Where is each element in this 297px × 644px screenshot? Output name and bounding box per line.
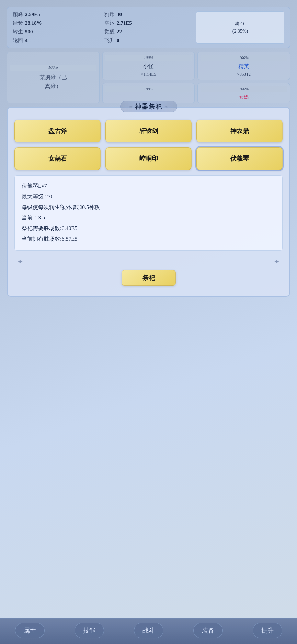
player-progress-label: 100%	[10, 65, 96, 71]
dog-box: 狗:10 (2.35%)	[196, 11, 284, 44]
desc-need-wins: 祭祀需要胜场数:6.40E5	[22, 223, 275, 233]
stat-gou-value: 30	[117, 12, 122, 18]
stat-exp-label: 经验	[13, 20, 23, 26]
stat-yanfeng-label: 颜峰	[13, 11, 23, 18]
artifact-pangu[interactable]: 盘古斧	[14, 120, 101, 142]
nav-skill[interactable]: 技能	[75, 623, 104, 638]
stat-jx-value: 22	[117, 29, 122, 35]
stat-zs-label: 转生	[13, 29, 23, 35]
stats-panel: 颜峰 2.59E5 狗币 30 狗:10 (2.35%) 经验 28.18% 幸…	[7, 7, 290, 48]
shenqi-deco-right: ❧	[164, 104, 169, 110]
nvwa-name: 女娲	[201, 94, 287, 100]
artifact-xuanyuan[interactable]: 轩辕剑	[105, 120, 192, 142]
monster-progress-bar: 100%	[105, 55, 192, 61]
stat-juexing: 觉醒 22	[104, 29, 193, 35]
nvwa-progress-bar: 100%	[201, 86, 287, 92]
shenqi-title: 神器祭祀	[135, 102, 162, 111]
stat-luck: 幸运 2.71E5	[104, 20, 193, 26]
artifact-shennong[interactable]: 神农鼎	[196, 120, 283, 142]
elite-multiplier: ×85312	[201, 72, 287, 77]
stat-luck-label: 幸运	[104, 20, 115, 26]
monster-progress-label: 100%	[105, 55, 192, 61]
sacrifice-btn-wrap: 祭祀	[14, 270, 283, 286]
description-box: 伏羲琴Lv7 最大等级:230 每级使每次转生额外增加0.5神攻 当前：3.5 …	[14, 175, 283, 251]
corner-bottom-left: ✦	[17, 258, 23, 266]
stat-jx-label: 觉醒	[104, 29, 115, 35]
stat-lun-hui: 轮回 4	[13, 37, 101, 44]
monster-card: 100% 小怪 ×1.14E5	[102, 52, 195, 80]
player-name: 某脑瘫（已真瘫）	[10, 73, 96, 90]
stat-gou: 狗币 30	[104, 11, 193, 18]
nvwa-progress-label: 100%	[201, 86, 287, 92]
stat-fs-label: 飞升	[104, 37, 115, 44]
artifact-fuxi[interactable]: 伏羲琴	[196, 147, 283, 170]
nav-battle[interactable]: 战斗	[134, 623, 163, 638]
battle-card4-label: 100%	[105, 86, 192, 92]
bottom-nav: 属性 技能 战斗 装备 提升	[0, 618, 297, 644]
player-card: 100% 某脑瘫（已真瘫）	[7, 52, 100, 103]
stat-gou-label: 狗币	[104, 11, 115, 18]
nav-attr[interactable]: 属性	[15, 623, 45, 638]
stat-yanfeng: 颜峰 2.59E5	[13, 11, 101, 18]
artifact-gonggong[interactable]: 崆峒印	[105, 147, 192, 170]
battle-card-4: 100%	[102, 83, 195, 103]
nav-upgrade[interactable]: 提升	[253, 623, 282, 638]
desc-effect: 每级使每次转生额外增加0.5神攻	[22, 203, 275, 212]
stat-feisheng: 飞升 0	[104, 37, 193, 44]
stat-luck-value: 2.71E5	[117, 20, 132, 26]
desc-title: 伏羲琴Lv7	[22, 181, 275, 191]
elite-progress-label: 100%	[201, 55, 287, 61]
stat-yanfeng-value: 2.59E5	[25, 12, 40, 18]
stat-exp: 经验 28.18%	[13, 20, 101, 26]
elite-name: 精英	[201, 63, 287, 70]
desc-max-level: 最大等级:230	[22, 192, 275, 202]
dog-box-text: 狗:10 (2.35%)	[232, 20, 248, 35]
monster-name: 小怪	[105, 63, 192, 70]
desc-current: 当前：3.5	[22, 213, 275, 223]
stat-exp-value: 28.18%	[25, 20, 42, 26]
shenqi-deco-left: ❧	[129, 104, 133, 110]
elite-card: 100% 精英 ×85312	[197, 52, 290, 80]
stat-zhuansheng: 转生 500	[13, 29, 101, 35]
stat-zs-value: 500	[25, 29, 33, 35]
stat-lh-label: 轮回	[13, 37, 23, 44]
artifact-nvwa[interactable]: 女娲石	[14, 147, 101, 170]
shenqi-title-banner: ❧ 神器祭祀 ❧	[120, 101, 177, 112]
artifact-grid: 盘古斧 轩辕剑 神农鼎 女娲石 崆峒印 伏羲琴	[14, 120, 283, 170]
sacrifice-button[interactable]: 祭祀	[122, 270, 176, 286]
battle-card4-progress: 100%	[105, 86, 192, 92]
corner-decorations: ✦ ✦	[14, 256, 283, 267]
corner-bottom-right: ✦	[274, 258, 280, 266]
desc-current-wins: 当前拥有胜场数:6.57E5	[22, 234, 275, 244]
stat-lh-value: 4	[25, 37, 28, 43]
shenqi-panel: ❧ 神器祭祀 ❧ 盘古斧 轩辕剑 神农鼎 女娲石 崆峒印 伏羲琴 伏羲琴Lv7 …	[7, 107, 290, 297]
player-progress-bar: 100%	[10, 65, 96, 71]
nvwa-card: 100% 女娲	[197, 83, 290, 103]
nav-equip[interactable]: 装备	[193, 623, 223, 638]
elite-progress-bar: 100%	[201, 55, 287, 61]
battle-area: 100% 某脑瘫（已真瘫） 100% 小怪 ×1.14E5 100% 精英 ×8…	[7, 52, 290, 103]
monster-multiplier: ×1.14E5	[105, 72, 192, 77]
stat-fs-value: 0	[117, 37, 119, 43]
